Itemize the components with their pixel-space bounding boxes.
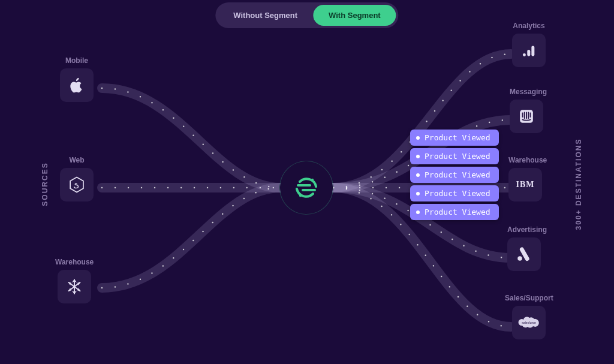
tab-with-segment[interactable]: With Segment (313, 5, 396, 26)
ibm-text: IBM (516, 180, 535, 189)
source-warehouse: Warehouse (55, 258, 94, 303)
events-list: Product Viewed Product Viewed Product Vi… (410, 130, 499, 220)
segment-hub (279, 161, 333, 215)
svg-point-2 (523, 53, 526, 56)
destination-sales: Sales/Support salesforce (505, 294, 553, 339)
event-pill: Product Viewed (410, 185, 499, 201)
intercom-icon (510, 100, 543, 133)
destination-advertising: Advertising (507, 225, 547, 271)
destination-warehouse-label: Warehouse (508, 156, 547, 164)
snowflake-icon (58, 270, 91, 303)
destination-analytics: Analytics (512, 22, 546, 67)
source-web: Web (60, 156, 94, 201)
sources-label: SOURCES (41, 162, 49, 206)
nodejs-icon (60, 168, 94, 201)
segment-logo-icon (292, 173, 321, 202)
source-web-label: Web (60, 156, 94, 164)
destination-advertising-label: Advertising (507, 225, 547, 234)
event-pill: Product Viewed (410, 204, 499, 220)
apple-icon (60, 68, 94, 102)
tab-without-segment[interactable]: Without Segment (218, 5, 313, 26)
destination-sales-label: Sales/Support (505, 294, 553, 302)
event-pill: Product Viewed (410, 167, 499, 183)
source-warehouse-label: Warehouse (55, 258, 94, 266)
destination-warehouse: Warehouse IBM (508, 156, 547, 201)
bar-chart-icon (512, 34, 546, 67)
event-pill: Product Viewed (410, 148, 499, 164)
destination-analytics-label: Analytics (512, 22, 546, 30)
google-ads-icon (507, 237, 541, 271)
ibm-icon: IBM (508, 168, 542, 201)
segment-toggle: Without Segment With Segment (215, 2, 398, 28)
svg-point-11 (517, 256, 522, 260)
destinations-label: 300+ DESTINATIONS (575, 139, 583, 230)
svg-text:salesforce: salesforce (522, 321, 537, 324)
destination-messaging: Messaging (510, 88, 547, 133)
source-mobile-label: Mobile (60, 56, 94, 65)
svg-point-0 (311, 179, 314, 181)
event-pill: Product Viewed (410, 130, 499, 146)
svg-point-1 (299, 194, 302, 197)
svg-rect-4 (531, 46, 534, 56)
source-mobile: Mobile (60, 56, 94, 102)
destination-messaging-label: Messaging (510, 88, 547, 96)
salesforce-icon: salesforce (512, 306, 546, 339)
svg-rect-3 (527, 50, 530, 56)
